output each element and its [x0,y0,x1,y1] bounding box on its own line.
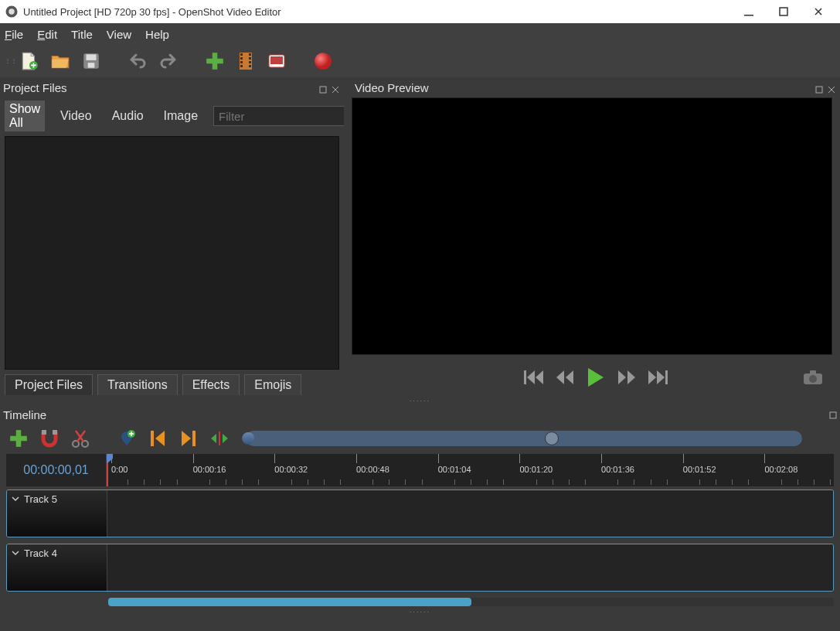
svg-rect-15 [240,61,243,63]
svg-point-1 [9,9,15,15]
svg-rect-25 [665,370,668,384]
ruler-tick: 00:02:08 [764,454,797,474]
ruler-tick: 0:00 [111,454,128,474]
zoom-start-handle[interactable] [242,432,254,445]
tab-show-all[interactable]: Show All [5,101,45,131]
detach-timeline-icon[interactable] [829,408,837,421]
jump-end-button[interactable] [644,364,671,391]
fast-forward-button[interactable] [614,364,640,391]
svg-rect-11 [240,53,243,56]
video-preview-title: Video Preview [355,81,429,94]
toolbar-grip[interactable]: ⋮⋮ [5,60,9,63]
file-filter-row: Show All Video Audio Image [0,97,344,136]
track-body-5[interactable] [107,490,833,537]
menubar: File Edit Title View Help [0,23,840,45]
zoom-end-handle[interactable] [545,431,559,445]
ruler-tick: 00:00:32 [274,454,308,474]
tab-transitions[interactable]: Transitions [97,374,178,395]
next-marker-button[interactable] [178,428,199,449]
menu-edit[interactable]: Edit [37,28,57,41]
minimize-button[interactable] [731,1,766,22]
tab-video[interactable]: Video [56,107,97,124]
snapshot-button[interactable] [800,364,826,391]
track-label: Track 5 [24,493,57,505]
add-marker-button[interactable] [116,428,138,449]
close-preview-icon[interactable] [828,83,837,92]
svg-rect-22 [320,87,326,93]
ruler-tick: 00:01:36 [601,454,634,474]
horizontal-splitter[interactable]: ······ [0,397,840,406]
detach-icon[interactable] [319,83,328,92]
close-panel-icon[interactable] [332,83,341,92]
menu-title[interactable]: Title [71,28,93,41]
menu-view[interactable]: View [107,28,131,41]
svg-rect-20 [270,56,283,64]
ruler-ticks[interactable]: 0:0000:00:1600:00:3200:00:4800:01:0400:0… [107,454,834,486]
track-header-4[interactable]: Track 4 [7,544,107,591]
svg-rect-32 [42,430,46,435]
timeline-title: Timeline [3,408,46,421]
tab-project-files[interactable]: Project Files [5,374,93,395]
prev-marker-button[interactable] [147,428,168,449]
timeline-scrollbar-thumb[interactable] [108,598,471,606]
redo-button[interactable] [158,50,179,72]
svg-rect-6 [87,54,97,60]
razor-button[interactable] [70,428,91,449]
play-button[interactable] [583,364,609,391]
export-button[interactable] [312,50,334,72]
tab-audio[interactable]: Audio [107,107,148,124]
track-row: Track 5 [6,489,834,537]
playhead[interactable] [107,454,108,486]
svg-rect-38 [192,431,196,446]
track-header-5[interactable]: Track 5 [7,490,107,537]
track-label: Track 4 [24,547,57,559]
current-time-display: 00:00:00,01 [6,454,107,486]
center-playhead-button[interactable] [209,428,230,449]
tracks-area: Track 5 Track 4 [6,489,834,598]
project-files-panel: Project Files Show All Video Audio Image… [0,77,344,397]
timeline-toolbar [0,423,840,454]
svg-rect-16 [249,61,251,63]
import-files-button[interactable] [204,50,226,72]
svg-rect-2 [744,15,753,16]
close-button[interactable] [801,1,835,22]
rewind-button[interactable] [552,364,578,391]
svg-point-28 [809,375,817,383]
svg-rect-24 [524,370,526,384]
titlebar: Untitled Project [HD 720p 30 fps] - Open… [0,0,840,23]
timeline-ruler[interactable]: 00:00:00,01 0:0000:00:1600:00:3200:00:48… [6,454,834,486]
svg-rect-29 [830,412,836,418]
track-row: Track 4 [6,544,834,592]
tab-effects[interactable]: Effects [182,374,240,395]
svg-rect-39 [219,431,220,445]
panel-tabs: Project Files Transitions Effects Emojis [0,373,344,397]
undo-button[interactable] [127,50,148,72]
detach-preview-icon[interactable] [815,83,825,92]
new-project-button[interactable] [19,50,40,72]
ruler-tick: 00:01:04 [438,454,471,474]
snap-button[interactable] [39,428,60,449]
svg-rect-33 [53,430,57,435]
track-body-4[interactable] [107,544,833,591]
menu-help[interactable]: Help [145,28,169,41]
open-project-button[interactable] [49,50,71,72]
svg-rect-3 [780,8,787,15]
add-track-button[interactable] [8,428,29,449]
preview-controls [352,358,840,397]
tab-emojis[interactable]: Emojis [244,374,301,395]
menu-file[interactable]: File [5,28,23,41]
chevron-down-icon[interactable] [12,547,19,555]
timeline-header: Timeline [0,406,840,423]
timeline-scrollbar[interactable] [6,598,834,606]
maximize-button[interactable] [766,1,801,22]
video-preview-panel: Video Preview [344,77,840,397]
choose-profile-button[interactable] [235,50,257,72]
chevron-down-icon[interactable] [12,493,19,501]
tab-image[interactable]: Image [159,107,202,124]
fullscreen-button[interactable] [266,50,287,72]
project-files-body[interactable] [5,136,339,370]
jump-start-button[interactable] [521,364,547,391]
bottom-splitter[interactable]: ······ [0,608,840,617]
zoom-slider[interactable] [246,431,802,446]
save-project-button[interactable] [80,50,102,72]
